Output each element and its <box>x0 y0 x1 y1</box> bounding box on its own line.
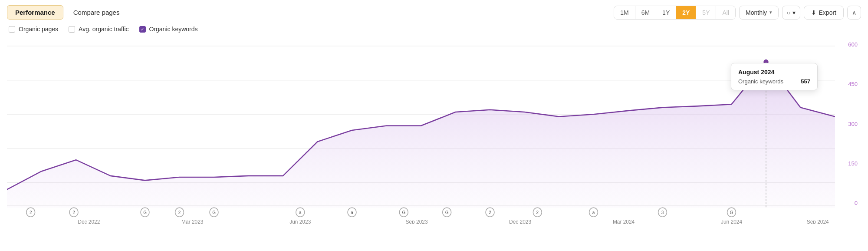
svg-text:2: 2 <box>72 210 75 215</box>
svg-text:G: G <box>143 210 147 215</box>
chart-area-fill <box>7 62 835 208</box>
checkbox-organic-pages[interactable] <box>9 26 15 33</box>
event-marker-g2[interactable]: G <box>210 208 218 217</box>
event-marker-2a[interactable]: 2 <box>26 208 35 217</box>
comment-button[interactable]: ○ ▾ <box>782 6 800 20</box>
header-row: Performance Compare pages 1M 6M 1Y 2Y 5Y… <box>7 5 861 20</box>
svg-text:2: 2 <box>30 210 32 215</box>
event-marker-a1[interactable]: a <box>296 208 305 217</box>
chart-area: 2 2 G 2 G a <box>7 37 861 224</box>
tooltip-value: 557 <box>801 78 810 85</box>
monthly-label: Monthly <box>746 9 767 16</box>
performance-container: Performance Compare pages 1M 6M 1Y 2Y 5Y… <box>0 0 868 251</box>
svg-text:3: 3 <box>661 210 664 215</box>
tooltip-row: Organic keywords 557 <box>738 78 810 85</box>
event-marker-2b[interactable]: 2 <box>69 208 78 217</box>
svg-text:a: a <box>351 210 353 215</box>
svg-text:2: 2 <box>178 210 181 215</box>
tab-compare-pages[interactable]: Compare pages <box>65 5 128 20</box>
y-axis-labels: 600 450 300 150 0 <box>835 37 861 224</box>
tooltip-metric: Organic keywords <box>738 78 783 85</box>
svg-text:a: a <box>592 210 595 215</box>
x-label-jun2023: Jun 2023 <box>289 219 311 224</box>
time-btn-1m[interactable]: 1M <box>614 6 635 19</box>
y-label-150: 150 <box>835 160 861 167</box>
time-btn-5y[interactable]: 5Y <box>696 6 716 19</box>
checkbox-avg-organic-traffic[interactable] <box>69 26 75 33</box>
export-icon: ⬇ <box>811 9 816 16</box>
svg-text:a: a <box>299 210 302 215</box>
comment-icon: ○ <box>787 9 790 16</box>
legend-label-organic-pages: Organic pages <box>19 26 58 33</box>
monthly-dropdown[interactable]: Monthly ▾ <box>739 6 779 20</box>
event-marker-3[interactable]: 3 <box>658 208 667 217</box>
y-label-450: 450 <box>835 81 861 87</box>
event-marker-a2[interactable]: a <box>348 208 356 217</box>
svg-text:G: G <box>730 210 733 215</box>
legend-row: Organic pages Avg. organic traffic ✓ Org… <box>7 26 861 33</box>
event-marker-2d[interactable]: 2 <box>486 208 494 217</box>
tooltip-title: August 2024 <box>738 69 810 76</box>
chart-tooltip: August 2024 Organic keywords 557 <box>731 63 818 90</box>
legend-organic-keywords[interactable]: ✓ Organic keywords <box>139 26 198 33</box>
svg-text:G: G <box>212 210 216 215</box>
x-label-mar2023: Mar 2023 <box>181 219 204 224</box>
event-marker-g3[interactable]: G <box>399 208 408 217</box>
y-label-600: 600 <box>835 41 861 48</box>
x-label-dec2022: Dec 2022 <box>78 219 100 224</box>
y-label-300: 300 <box>835 121 861 127</box>
x-label-sep2024: Sep 2024 <box>807 219 829 224</box>
comment-dropdown-arrow: ▾ <box>792 9 796 16</box>
controls-right: 1M 6M 1Y 2Y 5Y All Monthly ▾ ○ ▾ ⬇ Expor… <box>614 6 861 20</box>
svg-text:G: G <box>402 210 405 215</box>
event-marker-a3[interactable]: a <box>589 208 598 217</box>
chart-svg: 2 2 G 2 G a <box>7 37 835 224</box>
event-marker-2c[interactable]: 2 <box>175 208 184 217</box>
event-marker-2e[interactable]: 2 <box>533 208 542 217</box>
collapse-icon: ∧ <box>852 9 856 16</box>
legend-label-organic-keywords: Organic keywords <box>149 26 198 33</box>
x-label-sep2023: Sep 2023 <box>406 219 428 224</box>
x-label-jun2024: Jun 2024 <box>721 219 742 224</box>
svg-text:2: 2 <box>489 210 491 215</box>
export-label: Export <box>819 9 836 16</box>
legend-label-avg-organic-traffic: Avg. organic traffic <box>79 26 128 33</box>
time-btn-6m[interactable]: 6M <box>635 6 656 19</box>
time-btn-2y[interactable]: 2Y <box>676 6 696 19</box>
time-btn-all[interactable]: All <box>716 6 735 19</box>
time-range-group: 1M 6M 1Y 2Y 5Y All <box>614 6 736 20</box>
event-marker-g4[interactable]: G <box>443 208 451 217</box>
export-button[interactable]: ⬇ Export <box>804 6 844 20</box>
x-label-mar2024: Mar 2024 <box>613 219 635 224</box>
legend-organic-pages[interactable]: Organic pages <box>9 26 58 33</box>
legend-avg-organic-traffic[interactable]: Avg. organic traffic <box>69 26 128 33</box>
event-marker-g5[interactable]: G <box>727 208 736 217</box>
collapse-button[interactable]: ∧ <box>847 6 861 20</box>
svg-text:2: 2 <box>536 210 539 215</box>
dropdown-arrow-icon: ▾ <box>769 10 772 15</box>
y-label-0: 0 <box>835 200 861 206</box>
x-label-dec2023: Dec 2023 <box>509 219 531 224</box>
tab-group: Performance Compare pages <box>7 5 128 20</box>
tab-performance[interactable]: Performance <box>7 5 63 20</box>
checkbox-organic-keywords[interactable]: ✓ <box>139 26 146 33</box>
event-marker-g1[interactable]: G <box>141 208 149 217</box>
time-btn-1y[interactable]: 1Y <box>656 6 676 19</box>
checkmark-icon: ✓ <box>141 27 144 32</box>
svg-text:G: G <box>445 210 449 215</box>
